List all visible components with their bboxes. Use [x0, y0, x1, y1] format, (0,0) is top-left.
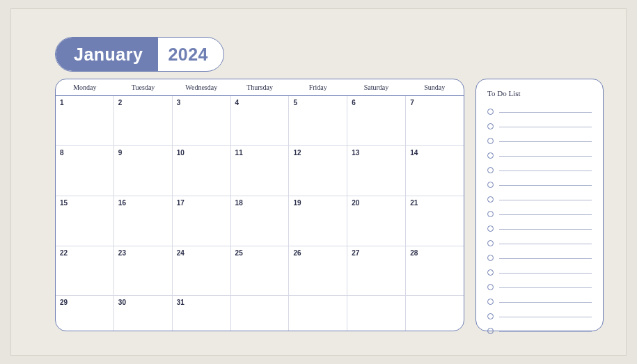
todo-line	[499, 200, 592, 200]
todo-line	[499, 258, 592, 259]
calendar-cell[interactable]: 1	[56, 96, 113, 145]
todo-item[interactable]	[487, 151, 592, 160]
todo-item[interactable]	[487, 166, 592, 175]
month-year: 2024	[158, 45, 223, 65]
calendar-cell[interactable]: 26	[288, 246, 347, 296]
page: January 2024 MondayTuesdayWednesdayThurs…	[10, 8, 627, 356]
calendar-cell[interactable]: 19	[288, 196, 347, 246]
todo-item[interactable]	[487, 268, 592, 277]
checkbox-icon[interactable]	[487, 196, 494, 203]
todo-line	[499, 214, 592, 215]
calendar-row: 15161718192021	[56, 196, 464, 246]
todo-list	[487, 107, 592, 335]
calendar-cell[interactable]: 14	[405, 146, 464, 196]
calendar-cell[interactable]: 21	[405, 196, 464, 246]
todo-line	[499, 229, 592, 230]
todo-item[interactable]	[487, 312, 592, 321]
calendar-cell[interactable]: 31	[172, 296, 230, 331]
weekday-label: Friday	[289, 79, 347, 95]
calendar-cell[interactable]: 24	[172, 246, 230, 296]
todo-item[interactable]	[487, 195, 592, 204]
calendar-cell[interactable]: 25	[230, 246, 289, 296]
calendar-cell[interactable]: 7	[405, 96, 464, 145]
checkbox-icon[interactable]	[487, 240, 494, 246]
checkbox-icon[interactable]	[487, 328, 494, 334]
todo-line	[499, 171, 592, 171]
calendar-cell[interactable]: 12	[288, 146, 347, 196]
checkbox-icon[interactable]	[487, 225, 494, 232]
todo-item[interactable]	[487, 122, 592, 131]
todo-item[interactable]	[487, 136, 592, 145]
todo-item[interactable]	[487, 283, 592, 292]
todo-line	[499, 273, 592, 274]
calendar-body: 1234567891011121314151617181920212223242…	[56, 96, 464, 331]
calendar-cell[interactable]: 17	[172, 196, 230, 246]
calendar-row: 293031	[56, 295, 464, 331]
weekday-label: Sunday	[405, 79, 464, 95]
calendar-cell[interactable]: 3	[172, 96, 230, 145]
calendar-row: 22232425262728	[56, 246, 464, 296]
todo-line	[499, 156, 592, 157]
checkbox-icon[interactable]	[487, 284, 494, 290]
calendar-row: 891011121314	[56, 145, 464, 196]
calendar: MondayTuesdayWednesdayThursdayFridaySatu…	[55, 79, 464, 331]
calendar-cell[interactable]: 27	[347, 246, 405, 296]
todo-line	[499, 302, 592, 303]
calendar-cell[interactable]: 16	[113, 196, 172, 246]
todo-item[interactable]	[487, 209, 592, 219]
calendar-cell[interactable]: 18	[230, 196, 289, 246]
todo-item[interactable]	[487, 326, 592, 335]
calendar-cell[interactable]: 28	[405, 246, 464, 296]
calendar-cell[interactable]: 20	[347, 196, 405, 246]
checkbox-icon[interactable]	[487, 167, 494, 173]
weekday-label: Tuesday	[114, 79, 173, 95]
todo-line	[499, 331, 592, 332]
checkbox-icon[interactable]	[487, 182, 494, 188]
checkbox-icon[interactable]	[487, 269, 494, 276]
todo-line	[499, 185, 592, 186]
calendar-cell[interactable]: 11	[230, 146, 289, 196]
checkbox-icon[interactable]	[487, 109, 494, 115]
checkbox-icon[interactable]	[487, 211, 494, 217]
todo-line	[499, 244, 592, 244]
checkbox-icon[interactable]	[487, 138, 494, 144]
checkbox-icon[interactable]	[487, 255, 494, 261]
calendar-cell[interactable]: 8	[56, 146, 113, 196]
calendar-cell[interactable]: 4	[230, 96, 289, 145]
todo-item[interactable]	[487, 107, 592, 116]
calendar-cell[interactable]: 23	[113, 246, 172, 296]
calendar-cell[interactable]: 29	[56, 296, 113, 331]
weekday-label: Wednesday	[172, 79, 230, 95]
calendar-row: 1234567	[56, 96, 464, 145]
calendar-cell[interactable]	[405, 296, 464, 331]
todo-item[interactable]	[487, 239, 592, 248]
todo-line	[499, 287, 592, 288]
calendar-cell[interactable]: 6	[347, 96, 405, 145]
todo-panel: To Do List	[475, 79, 604, 331]
calendar-cell[interactable]	[230, 296, 289, 331]
calendar-cell[interactable]	[288, 296, 347, 331]
calendar-cell[interactable]: 15	[56, 196, 113, 246]
calendar-cell[interactable]: 2	[113, 96, 172, 145]
todo-line	[499, 127, 592, 127]
todo-item[interactable]	[487, 297, 592, 306]
todo-line	[499, 317, 592, 317]
todo-line	[499, 141, 592, 142]
todo-item[interactable]	[487, 224, 592, 233]
checkbox-icon[interactable]	[487, 123, 494, 129]
todo-item[interactable]	[487, 253, 592, 262]
calendar-cell[interactable]: 9	[113, 146, 172, 196]
calendar-cell[interactable]: 5	[288, 96, 347, 145]
checkbox-icon[interactable]	[487, 313, 494, 319]
checkbox-icon[interactable]	[487, 299, 494, 305]
calendar-cell[interactable]: 13	[347, 146, 405, 196]
calendar-cell[interactable]: 10	[172, 146, 230, 196]
calendar-cell[interactable]	[347, 296, 405, 331]
calendar-cell[interactable]: 30	[113, 296, 172, 331]
todo-line	[499, 112, 592, 113]
checkbox-icon[interactable]	[487, 152, 494, 159]
weekday-label: Thursday	[230, 79, 289, 95]
calendar-cell[interactable]: 22	[56, 246, 113, 296]
todo-item[interactable]	[487, 180, 592, 189]
todo-title: To Do List	[487, 89, 592, 97]
